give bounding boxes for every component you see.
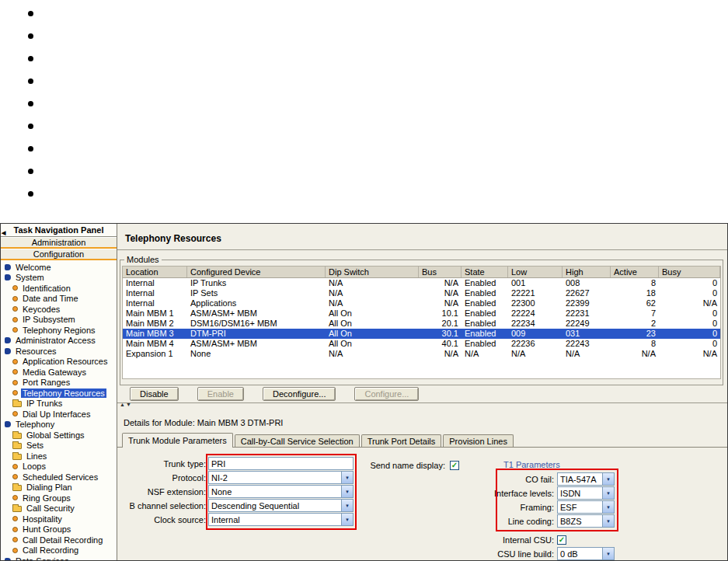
tree-item-dial-up-interfaces[interactable]: Dial Up Interfaces	[1, 409, 117, 420]
column-header-location[interactable]: Location	[123, 267, 187, 277]
app-window: ◀ Task Navigation Panel AdministrationCo…	[0, 223, 728, 561]
table-cell: N/A	[419, 349, 462, 359]
table-cell: 0	[659, 329, 720, 339]
table-cell: 22243	[563, 339, 611, 349]
tab-trunk-module-parameters[interactable]: Trunk Module Parameters	[122, 433, 233, 448]
tree-item-ip-trunks[interactable]: IP Trunks	[1, 399, 117, 409]
internal-csu-checkbox[interactable]: ✓	[557, 535, 566, 545]
line-coding-select[interactable]: B8ZS▼	[557, 514, 615, 528]
column-header-busy[interactable]: Busy	[659, 267, 720, 277]
tree-item-identification[interactable]: Identification	[1, 283, 117, 294]
trunk-type-input[interactable]: PRI	[208, 457, 354, 470]
column-header-configured-device[interactable]: Configured Device	[187, 267, 326, 277]
deconfigure-button[interactable]: Deconfigure...	[263, 387, 336, 401]
column-header-state[interactable]: State	[462, 267, 508, 277]
tab-provision-lines[interactable]: Provision Lines	[443, 434, 514, 447]
module-row-main-mbm-1-asm-asm-mbm[interactable]: Main MBM 1ASM/ASM+ MBMAll On10.1Enabled2…	[123, 308, 720, 319]
module-row-internal-ip-trunks[interactable]: InternalIP TrunksN/AN/AEnabled00100880	[123, 278, 720, 288]
interface-levels-select[interactable]: ISDN▼	[557, 486, 615, 500]
tree-item-application-resources[interactable]: Application Resources	[1, 357, 117, 368]
tree-item-loops[interactable]: Loops	[1, 462, 117, 472]
b-channel-selection-select[interactable]: Descending Sequential▼	[208, 499, 354, 512]
splitter-arrows-icon[interactable]: ▲▼	[120, 402, 132, 407]
table-cell: Internal	[123, 298, 187, 308]
trunk-type-label: Trunk type:	[119, 459, 206, 469]
tree-item-telephony[interactable]: Telephony	[1, 420, 117, 430]
module-row-main-mbm-4-asm-asm-mbm[interactable]: Main MBM 4ASM/ASM+ MBMAll On40.1Enabled2…	[123, 339, 720, 349]
tree-item-welcome[interactable]: Welcome	[1, 262, 117, 273]
tree-item-sets[interactable]: Sets	[1, 441, 117, 451]
table-cell: 10.1	[419, 308, 462, 319]
table-cell: 22236	[508, 339, 563, 349]
send-name-display-checkbox[interactable]: ✓	[450, 461, 459, 470]
table-cell: 0	[659, 319, 720, 329]
column-header-dip-switch[interactable]: Dip Switch	[326, 267, 419, 277]
dot-icon	[12, 495, 18, 500]
table-cell: Enabled	[462, 298, 508, 308]
sidebar-tabs: AdministrationConfiguration	[1, 237, 117, 260]
tree-item-call-security[interactable]: Call Security	[1, 504, 117, 514]
tab-call-by-call-service-selection[interactable]: Call-by-Call Service Selection	[235, 434, 360, 447]
tree-item-keycodes[interactable]: Keycodes	[1, 304, 117, 315]
sidebar-tab-configuration[interactable]: Configuration	[1, 249, 117, 260]
tree-item-data-services[interactable]: Data Services	[1, 556, 117, 560]
table-cell: ASM/ASM+ MBM	[187, 308, 326, 319]
module-row-expansion-1-none[interactable]: Expansion 1NoneN/AN/AN/AN/AN/AN/AN/A	[123, 349, 720, 359]
tree-item-system[interactable]: System	[1, 273, 117, 284]
tree-item-label: Sets	[25, 441, 45, 450]
bullet-point	[28, 146, 33, 152]
table-cell: All On	[326, 339, 419, 349]
tree-item-label: Data Services	[14, 556, 70, 560]
tree-item-ring-groups[interactable]: Ring Groups	[1, 493, 117, 504]
co-fail-select[interactable]: TIA-547A▼	[557, 472, 615, 486]
tab-trunk-port-details[interactable]: Trunk Port Details	[361, 434, 442, 447]
tree-item-label: Resources	[14, 347, 58, 356]
tree-item-label: Dial Up Interfaces	[21, 409, 92, 419]
tree-item-ip-subsystem[interactable]: IP Subsystem	[1, 315, 117, 326]
tree-item-dialing-plan[interactable]: Dialing Plan	[1, 483, 117, 493]
clock-source-select[interactable]: Internal▼	[208, 513, 354, 526]
tree-item-hunt-groups[interactable]: Hunt Groups	[1, 524, 117, 535]
tree-item-telephony-resources[interactable]: Telephony Resources	[1, 388, 117, 399]
column-header-low[interactable]: Low	[508, 267, 563, 277]
module-row-internal-ip-sets[interactable]: InternalIP SetsN/AN/AEnabled222212262718…	[123, 288, 720, 298]
tree-item-call-detail-recording[interactable]: Call Detail Recording	[1, 535, 117, 545]
tree-item-resources[interactable]: Resources	[1, 346, 117, 357]
nsf-extension-select[interactable]: None▼	[208, 485, 354, 498]
csu-line-build-select[interactable]: 0 dB▼	[557, 547, 615, 560]
enable-button[interactable]: Enable	[197, 387, 244, 401]
tree-item-scheduled-services[interactable]: Scheduled Services	[1, 472, 117, 483]
collapse-panel-icon[interactable]: ◀	[2, 227, 5, 239]
chevron-down-icon: ▼	[602, 473, 614, 485]
bullet-point	[28, 191, 33, 197]
column-header-bus[interactable]: Bus	[419, 267, 462, 277]
tree-item-label: Loops	[21, 462, 47, 471]
tree-item-media-gateways[interactable]: Media Gateways	[1, 367, 117, 378]
tree-item-administrator-access[interactable]: Administrator Access	[1, 336, 117, 347]
details-tabs: Trunk Module ParametersCall-by-Call Serv…	[117, 432, 727, 447]
tree-item-global-settings[interactable]: Global Settings	[1, 430, 117, 441]
protocol-select[interactable]: NI-2▼	[208, 471, 354, 484]
table-cell: N/A	[326, 349, 419, 359]
module-row-main-mbm-3-dtm-pri[interactable]: Main MBM 3DTM-PRIAll On30.1Enabled009031…	[123, 329, 720, 339]
table-cell: None	[187, 349, 326, 359]
module-row-main-mbm-2-dsm16-dsm16-mbm[interactable]: Main MBM 2DSM16/DSM16+ MBMAll On20.1Enab…	[123, 319, 720, 329]
tree-item-date-and-time[interactable]: Date and Time	[1, 294, 117, 305]
table-cell: Main MBM 2	[123, 319, 187, 329]
disable-button[interactable]: Disable	[130, 387, 179, 401]
tree-item-port-ranges[interactable]: Port Ranges	[1, 378, 117, 389]
column-header-active[interactable]: Active	[611, 267, 659, 277]
chevron-down-icon: ▼	[341, 486, 353, 497]
column-header-high[interactable]: High	[563, 267, 611, 277]
tree-item-hospitality[interactable]: Hospitality	[1, 514, 117, 524]
tree-item-call-recording[interactable]: Call Recording	[1, 545, 117, 556]
module-row-internal-applications[interactable]: InternalApplicationsN/AN/AEnabled2230022…	[123, 298, 720, 308]
tree-item-telephony-regions[interactable]: Telephony Regions	[1, 325, 117, 336]
framing-select[interactable]: ESF▼	[557, 500, 615, 514]
sidebar-tab-administration[interactable]: Administration	[1, 237, 117, 249]
configure-button[interactable]: Configure...	[354, 387, 419, 401]
pane-splitter[interactable]: ▲▼	[117, 402, 727, 409]
tree-item-lines[interactable]: Lines	[1, 451, 117, 462]
chevron-down-icon: ▼	[341, 472, 353, 483]
panel-title: ◀ Task Navigation Panel	[1, 224, 117, 237]
